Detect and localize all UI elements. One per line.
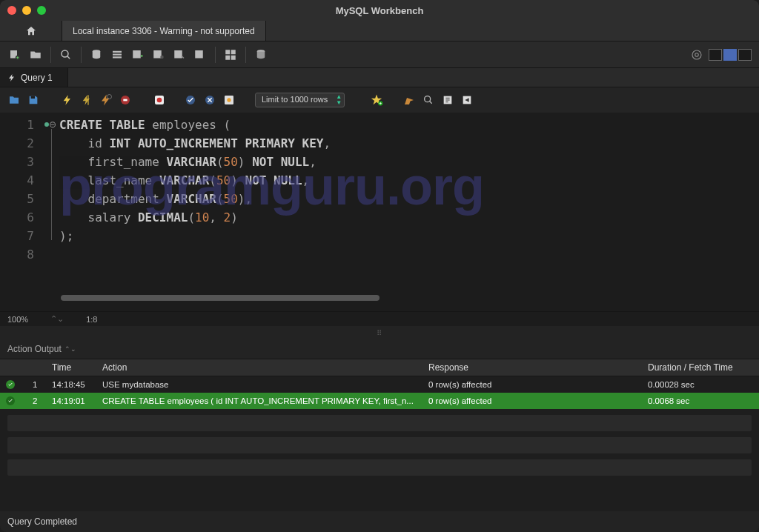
db-icon-4[interactable] — [151, 47, 166, 62]
execute-current-icon[interactable] — [80, 93, 93, 107]
col-response: Response — [422, 362, 642, 373]
minimize-window-button[interactable] — [22, 6, 31, 15]
svg-point-16 — [692, 50, 701, 59]
zoom-level: 100% — [7, 315, 28, 324]
splitter-handle[interactable]: ⠿ — [0, 326, 759, 339]
query-tab[interactable]: Query 1 — [0, 68, 68, 87]
svg-rect-6 — [133, 50, 141, 59]
home-icon — [25, 25, 37, 37]
zoom-window-button[interactable] — [37, 6, 46, 15]
open-sql-file-icon[interactable] — [28, 47, 43, 62]
svg-rect-19 — [87, 95, 88, 104]
query-toolbar: Limit to 1000 rows ▲▼ — [0, 87, 759, 113]
db-icon-2[interactable] — [110, 47, 125, 62]
output-row[interactable]: 2 14:19:01 CREATE TABLE employees ( id I… — [0, 393, 759, 409]
svg-rect-10 — [195, 50, 203, 59]
toggle-bottom-panel[interactable] — [723, 49, 737, 61]
connection-tab-label: Local instance 3306 - Warning - not supp… — [73, 26, 255, 36]
stop-icon[interactable] — [119, 93, 132, 107]
connection-tab[interactable]: Local instance 3306 - Warning - not supp… — [62, 21, 266, 41]
editor-status-strip: 100% ⌃⌄ 1:8 — [0, 311, 759, 326]
row-action: USE mydatabase — [96, 380, 422, 389]
svg-rect-12 — [231, 50, 236, 54]
horizontal-scrollbar[interactable] — [61, 295, 380, 301]
toggle-left-panel[interactable] — [709, 49, 722, 61]
connection-tab-bar: Local instance 3306 - Warning - not supp… — [0, 21, 759, 41]
query-tab-bar: Query 1 — [0, 68, 759, 87]
svg-rect-14 — [231, 55, 236, 59]
row-duration: 0.0068 sec — [642, 396, 759, 405]
panel-layout-toggles — [709, 49, 752, 61]
search-icon[interactable] — [422, 93, 435, 107]
svg-rect-4 — [113, 53, 122, 55]
commit-icon[interactable] — [184, 93, 197, 107]
svg-rect-7 — [153, 50, 162, 59]
output-type-label: Action Output — [7, 344, 62, 354]
star-icon[interactable] — [370, 93, 383, 107]
execute-icon[interactable] — [61, 93, 74, 107]
row-duration: 0.00028 sec — [642, 380, 759, 389]
row-time: 14:18:45 — [46, 380, 96, 389]
svg-point-17 — [695, 53, 699, 56]
window-title: MySQL Workbench — [336, 5, 424, 16]
toggle-right-panel[interactable] — [738, 49, 752, 61]
db-icon-6[interactable] — [193, 47, 208, 62]
output-row[interactable]: 1 14:18:45 USE mydatabase 0 row(s) affec… — [0, 376, 759, 393]
home-tab[interactable] — [0, 21, 62, 41]
invisible-icon[interactable] — [460, 93, 474, 107]
fold-toggle-icon[interactable]: ⊖ — [49, 119, 56, 130]
output-type-select[interactable]: Action Output ⌃⌄ — [7, 344, 76, 354]
svg-rect-18 — [31, 96, 35, 99]
status-bar: Query Completed — [0, 511, 759, 532]
svg-point-20 — [107, 95, 112, 99]
col-action: Action — [96, 362, 422, 373]
beautify-icon[interactable] — [402, 93, 416, 107]
code-content[interactable]: CREATE TABLE employees ( id INT AUTO_INC… — [42, 113, 331, 311]
svg-rect-9 — [174, 50, 182, 59]
explain-icon[interactable] — [99, 93, 113, 107]
output-panel-header: Action Output ⌃⌄ — [0, 339, 759, 359]
settings-gear-icon[interactable] — [689, 47, 704, 62]
empty-row-placeholder — [7, 437, 752, 453]
row-response: 0 row(s) affected — [422, 380, 642, 389]
limit-rows-select[interactable]: Limit to 1000 rows ▲▼ — [255, 93, 345, 107]
dashboard-icon[interactable] — [223, 47, 238, 62]
svg-rect-13 — [225, 55, 230, 59]
row-index: 1 — [27, 380, 46, 389]
save-file-icon[interactable] — [27, 93, 40, 107]
query-tab-label: Query 1 — [21, 73, 53, 83]
toggle-1-icon[interactable] — [153, 93, 166, 107]
db-icon-1[interactable] — [89, 47, 104, 62]
row-action: CREATE TABLE employees ( id INT AUTO_INC… — [96, 396, 422, 405]
autocommit-icon[interactable] — [222, 93, 236, 107]
empty-row-placeholder — [7, 415, 752, 431]
line-number-gutter: 1234 5678 — [0, 113, 42, 311]
inspector-icon[interactable] — [59, 47, 73, 62]
success-check-icon — [6, 396, 15, 405]
svg-rect-3 — [113, 50, 122, 52]
sql-editor[interactable]: 1234 5678 ⊖ CREATE TABLE employees ( id … — [0, 113, 759, 311]
server-icon[interactable] — [253, 47, 268, 62]
db-icon-5[interactable] — [172, 47, 187, 62]
svg-point-28 — [227, 98, 231, 102]
success-check-icon — [6, 380, 15, 389]
new-sql-tab-icon[interactable] — [7, 47, 22, 62]
col-time: Time — [46, 362, 96, 373]
open-file-icon[interactable] — [7, 93, 21, 107]
svg-rect-5 — [113, 56, 122, 58]
close-window-button[interactable] — [7, 6, 16, 15]
traffic-lights — [7, 6, 46, 15]
rollback-icon[interactable] — [203, 93, 216, 107]
main-toolbar — [0, 41, 759, 68]
col-duration: Duration / Fetch Time — [642, 362, 759, 373]
output-table-header: Time Action Response Duration / Fetch Ti… — [0, 359, 759, 376]
zoom-arrows-icon[interactable]: ⌃⌄ — [50, 314, 64, 324]
status-text: Query Completed — [7, 516, 77, 527]
wrap-icon[interactable] — [441, 93, 454, 107]
action-output-table: Time Action Response Duration / Fetch Ti… — [0, 359, 759, 525]
svg-point-24 — [157, 98, 162, 103]
db-icon-3[interactable] — [130, 47, 145, 62]
row-index: 2 — [27, 396, 46, 405]
svg-rect-11 — [225, 50, 230, 54]
limit-rows-label: Limit to 1000 rows — [262, 95, 328, 104]
